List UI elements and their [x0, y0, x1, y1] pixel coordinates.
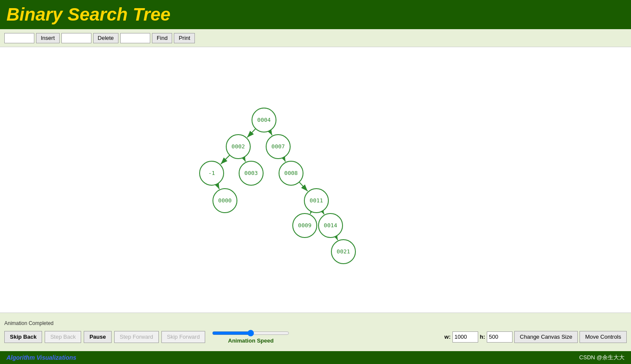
delete-input[interactable] [61, 33, 91, 43]
find-input[interactable] [120, 33, 150, 43]
tree-edge [221, 155, 230, 164]
tree-node: 0008 [279, 161, 303, 185]
step-back-button[interactable]: Step Back [45, 331, 81, 343]
insert-button[interactable]: Insert [36, 33, 60, 43]
node-label: 0009 [298, 222, 311, 229]
node-label: 0002 [231, 143, 245, 150]
tree-node: 0002 [226, 135, 250, 159]
height-input[interactable] [487, 331, 513, 343]
find-button[interactable]: Find [152, 33, 172, 43]
footer-right: CSDN @余生大大 [579, 354, 625, 361]
tree-edge [283, 157, 285, 162]
tree-node: -1 [200, 161, 224, 185]
animation-speed-label: Animation Speed [228, 337, 273, 344]
footer-left: Algorithm Visualizations [6, 354, 76, 361]
node-label: 0007 [271, 143, 285, 150]
canvas-area: 000400020007-100030008000000110009001400… [0, 47, 631, 313]
controls-row: Skip Back Step Back Pause Step Forward S… [0, 328, 631, 346]
tree-node: 0000 [213, 189, 237, 213]
tree-edge [336, 236, 337, 240]
toolbar: Insert Delete Find Print [0, 29, 631, 47]
animation-speed-slider[interactable] [212, 330, 289, 337]
tree-node: 0009 [293, 214, 317, 238]
pause-button[interactable]: Pause [84, 331, 111, 343]
tree-edge [270, 131, 272, 135]
tree-edge [299, 182, 308, 191]
animation-status: Animation Completed [0, 319, 631, 328]
tree-edge [247, 129, 256, 137]
header: Binary Search Tree [0, 0, 631, 29]
tree-node: 0021 [331, 240, 355, 264]
h-label: h: [480, 334, 485, 340]
footer: Algorithm Visualizations CSDN @余生大大 [0, 351, 631, 364]
tree-edge [243, 157, 246, 162]
skip-back-button[interactable]: Skip Back [4, 331, 42, 343]
node-label: 0003 [244, 170, 258, 176]
step-forward-button[interactable]: Step Forward [114, 331, 159, 343]
bottom-bar: Animation Completed Skip Back Step Back … [0, 313, 631, 351]
node-label: 0014 [324, 222, 337, 229]
tree-node: 0014 [319, 214, 343, 238]
delete-button[interactable]: Delete [93, 33, 119, 43]
tree-node: 0004 [252, 108, 276, 132]
tree-edge [217, 184, 219, 189]
node-label: 0021 [337, 248, 350, 255]
canvas-size-area: w: h: Change Canvas Size Move Controls [444, 331, 627, 343]
tree-node: 0003 [239, 161, 263, 185]
change-canvas-button[interactable]: Change Canvas Size [514, 331, 578, 343]
page-title: Binary Search Tree [6, 4, 170, 25]
tree-node: 0011 [304, 189, 328, 213]
insert-input[interactable] [4, 33, 34, 43]
move-controls-button[interactable]: Move Controls [579, 331, 627, 343]
node-label: 0011 [309, 197, 323, 204]
tree-node: 0007 [266, 135, 290, 159]
node-label: -1 [208, 170, 215, 176]
skip-forward-button[interactable]: Skip Forward [161, 331, 206, 343]
node-label: 0004 [257, 117, 270, 123]
tree-edge [322, 211, 324, 214]
speed-slider-container: Animation Speed [212, 330, 289, 344]
print-button[interactable]: Print [174, 33, 195, 43]
w-label: w: [444, 334, 450, 340]
node-label: 0008 [284, 170, 297, 176]
width-input[interactable] [452, 331, 478, 343]
node-label: 0000 [218, 197, 231, 204]
tree-svg: 000400020007-100030008000000110009001400… [0, 47, 631, 313]
